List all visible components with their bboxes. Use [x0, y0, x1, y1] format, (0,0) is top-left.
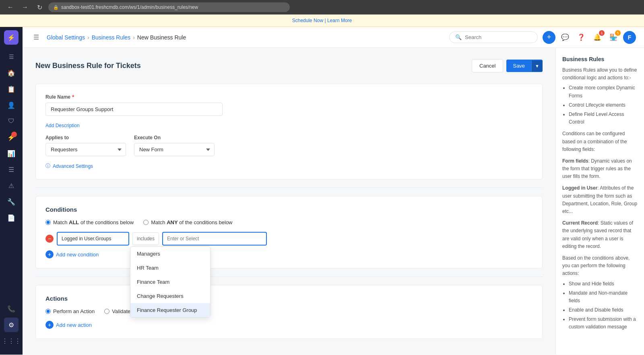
divider-2 [35, 277, 543, 277]
advanced-settings-icon: ⓘ [45, 163, 50, 169]
save-button-group: Save ▼ [506, 60, 543, 72]
match-any-option[interactable]: Match ANY of the conditions below [143, 219, 232, 225]
divider-1 [35, 188, 543, 188]
applies-to-select[interactable]: Requesters Agents Everyone [45, 143, 126, 156]
perform-action-radio[interactable] [45, 309, 51, 314]
help-form-fields: Form fields: Dynamic values on the form … [562, 157, 638, 181]
match-all-radio[interactable] [45, 220, 51, 225]
help-action-3: Enable and Disable fields [569, 306, 638, 314]
sidebar-item-list[interactable]: ☰ [4, 162, 19, 177]
add-condition-label: Add new condition [56, 252, 99, 258]
user-avatar[interactable]: F [623, 31, 636, 44]
sidebar-item-tickets[interactable]: 📋 [4, 82, 19, 96]
validate-form-radio[interactable] [104, 309, 109, 314]
header-actions: Cancel Save ▼ [472, 59, 543, 72]
sidebar-item-automation[interactable]: ⚡ [4, 130, 19, 144]
chat-button[interactable]: 💬 [559, 31, 572, 44]
action-options: Perform an Action Validate Form [45, 308, 533, 314]
applies-to-col: Applies to Requesters Agents Everyone [45, 135, 126, 156]
hamburger-button[interactable]: ☰ [31, 32, 42, 43]
sidebar-toggle-btn[interactable]: ☰ [4, 50, 19, 64]
page-header: New Business Rule for Tickets Cancel Sav… [35, 59, 543, 72]
dropdown-item-finance-team[interactable]: Finance Team [130, 275, 210, 289]
help-button[interactable]: ❓ [575, 31, 588, 44]
add-action-icon: + [45, 321, 54, 329]
rule-name-group: Rule Name * [45, 94, 533, 116]
breadcrumb: Global Settings › Business Rules › New B… [47, 34, 186, 41]
help-panel-intro: Business Rules allow you to define condi… [562, 66, 638, 126]
execute-on-select[interactable]: New Form Edit Form Both [134, 143, 215, 156]
breadcrumb-global-settings[interactable]: Global Settings [47, 34, 85, 41]
add-condition-icon: + [45, 250, 54, 258]
dropdown-item-finance-requester-group[interactable]: Finance Requester Group [130, 303, 210, 317]
add-condition-link[interactable]: + Add new condition [45, 250, 533, 258]
reload-button[interactable]: ↻ [34, 2, 45, 13]
breadcrumb-current: New Business Rule [137, 34, 186, 41]
perform-action-label: Perform an Action [53, 308, 95, 314]
forward-button[interactable]: → [19, 2, 31, 13]
perform-action-option[interactable]: Perform an Action [45, 308, 95, 314]
sidebar-item-calls[interactable]: 📞 [4, 301, 19, 316]
top-nav: ☰ Global Settings › Business Rules › New… [23, 27, 644, 48]
url-text: sandbox-test01.freshcmdb.com/ws/1/admin/… [61, 4, 198, 10]
applies-execute-row: Applies to Requesters Agents Everyone Ex… [45, 135, 533, 156]
match-all-option[interactable]: Match ALL of the conditions below [45, 219, 134, 225]
condition-row-1: − Logged in User.Groups includes Manager… [45, 232, 533, 246]
logo-icon: ⚡ [7, 34, 15, 41]
sidebar-item-contacts[interactable]: 👤 [4, 98, 19, 112]
help-action-1: Show and Hide fields [569, 280, 638, 288]
automation-badge [11, 132, 17, 137]
condition-value-input[interactable] [162, 232, 267, 246]
sidebar-item-security[interactable]: 🛡 [4, 114, 19, 128]
sidebar-item-documents[interactable]: 📄 [4, 211, 19, 225]
announcement-link[interactable]: Schedule Now | Learn More [292, 18, 352, 23]
page-title: New Business Rule for Tickets [35, 62, 141, 70]
app-logo: ⚡ [4, 30, 19, 45]
cancel-button[interactable]: Cancel [472, 59, 503, 72]
rule-name-input[interactable] [45, 103, 223, 116]
add-description-group: Add Description [45, 122, 533, 128]
condition-dropdown: Managers HR Team Finance Team Change Req… [130, 246, 211, 318]
breadcrumb-business-rules[interactable]: Business Rules [92, 34, 131, 41]
help-capability-3: Define Field Level Access Control [569, 111, 638, 126]
applies-to-label: Applies to [45, 135, 126, 140]
add-button[interactable]: + [543, 31, 555, 44]
dropdown-item-hr-team[interactable]: HR Team [130, 261, 210, 275]
dropdown-item-change-requesters[interactable]: Change Requesters [130, 289, 210, 303]
sidebar-item-home[interactable]: 🏠 [4, 66, 19, 80]
sidebar-item-reports[interactable]: 📊 [4, 146, 19, 161]
save-button[interactable]: Save [506, 60, 531, 72]
help-panel-title: Business Rules [562, 56, 638, 62]
condition-remove-button[interactable]: − [45, 235, 54, 243]
sidebar-item-alerts[interactable]: ⚠ [4, 178, 19, 193]
rule-name-label: Rule Name * [45, 94, 533, 100]
search-bar[interactable]: 🔍 [449, 31, 538, 43]
back-button[interactable]: ← [5, 2, 16, 13]
actions-section: Actions Perform an Action Validate Form [35, 285, 543, 339]
condition-field-display[interactable]: Logged in User.Groups [57, 232, 129, 246]
match-any-radio[interactable] [143, 220, 149, 225]
add-action-link[interactable]: + Add new action [45, 321, 533, 329]
marketplace-button[interactable]: 🏪 5 [607, 31, 620, 44]
sidebar-item-apps[interactable]: ⋮⋮⋮ [4, 334, 19, 348]
rule-form-section: Rule Name * Add Description Applies to [35, 84, 543, 180]
marketplace-badge: 5 [615, 30, 621, 36]
help-action-4: Prevent form submission with a custom va… [569, 316, 638, 331]
advanced-settings-link[interactable]: ⓘ Advanced Settings [45, 163, 533, 169]
match-options: Match ALL of the conditions below Match … [45, 219, 533, 225]
announcement-bar: Schedule Now | Learn More [0, 14, 644, 27]
add-action-label: Add new action [56, 322, 92, 328]
conditions-title: Conditions [45, 206, 533, 213]
sidebar-item-tools[interactable]: 🔧 [4, 194, 19, 209]
add-description-link[interactable]: Add Description [45, 123, 80, 128]
empty-state [35, 347, 543, 355]
sidebar-bottom: 📞 ⚙ ⋮⋮⋮ [4, 301, 19, 351]
search-input[interactable] [465, 34, 529, 40]
save-dropdown-button[interactable]: ▼ [531, 60, 543, 72]
url-bar[interactable]: 🔒 sandbox-test01.freshcmdb.com/ws/1/admi… [48, 2, 290, 12]
left-sidebar: ⚡ ☰ 🏠 📋 👤 🛡 ⚡ 📊 ☰ ⚠ 🔧 📄 📞 ⚙ ⋮⋮⋮ [0, 27, 23, 355]
dropdown-item-managers[interactable]: Managers [130, 247, 210, 261]
required-indicator: * [72, 94, 74, 100]
notifications-button[interactable]: 🔔 1 [591, 31, 604, 44]
sidebar-item-settings[interactable]: ⚙ [4, 318, 19, 332]
